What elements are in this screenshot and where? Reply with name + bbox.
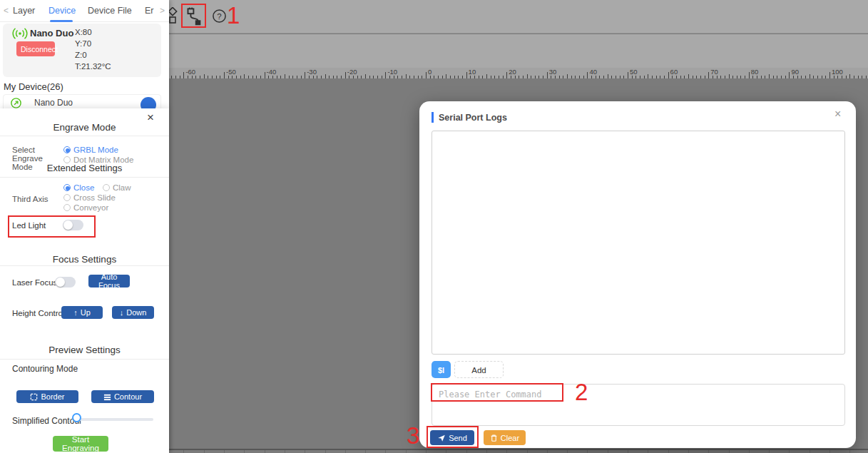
ruler-label: 40 (589, 68, 597, 76)
engrave-mode-title: Engrave Mode (0, 122, 169, 133)
coord-x: X:80 (75, 26, 111, 38)
grid-tick (849, 450, 850, 453)
border-button[interactable]: Border (16, 390, 78, 403)
simplified-contour-slider-track[interactable] (73, 418, 153, 421)
radio-icon[interactable] (103, 184, 110, 191)
radio-icon[interactable] (63, 146, 71, 153)
ruler-label: -50 (226, 68, 236, 76)
close-icon[interactable]: × (147, 113, 154, 123)
help-icon[interactable]: ? (212, 9, 227, 26)
grid-tick (486, 450, 487, 453)
ruler-tick (547, 72, 548, 78)
ruler-label: -10 (387, 68, 397, 76)
third-axis-claw-option[interactable]: Claw (103, 183, 131, 193)
contour-label: Contour (114, 392, 142, 401)
third-axis-cross-slide-option[interactable]: Cross Slide (63, 193, 116, 203)
third-axis-conveyor-option[interactable]: Conveyor (63, 203, 108, 213)
ruler-label: 30 (549, 68, 557, 76)
divider (0, 177, 169, 178)
clear-button[interactable]: Clear (484, 430, 526, 445)
horizontal-ruler: -60-50-40-30-20-100102030405060708090100 (169, 68, 868, 78)
ruler-tick (789, 72, 790, 78)
my-device-title: My Device(26) (4, 81, 63, 92)
up-arrow-icon: ↑ (73, 308, 78, 317)
device-coordinates: X:80 Y:70 Z:0 T:21.32°C (75, 26, 111, 72)
grid-tick (547, 450, 548, 453)
engrave-mode-panel: × Engrave Mode Select Engrave Mode GRBL … (0, 108, 169, 453)
claw-option-label: Claw (113, 183, 131, 192)
tab-layer[interactable]: Layer (13, 6, 35, 16)
simplified-contour-slider-handle[interactable] (72, 413, 81, 422)
grid-tick (729, 450, 730, 453)
tab-device-file[interactable]: Device File (88, 6, 132, 16)
grid-tick (385, 450, 386, 453)
radio-icon[interactable] (63, 204, 71, 211)
grid-tick (708, 450, 709, 453)
grid-tick (628, 450, 628, 453)
laser-focus-label: Laser Focus (12, 278, 57, 287)
preview-settings-title: Preview Settings (0, 345, 169, 355)
close-option-label: Close (73, 183, 94, 192)
grid-tick (224, 450, 225, 453)
border-label: Border (41, 392, 64, 401)
height-down-button[interactable]: ↓Down (112, 306, 154, 319)
ruler-label: 0 (428, 68, 432, 76)
grid-tick (608, 450, 608, 453)
grid-tick (749, 450, 750, 453)
coord-y: Y:70 (75, 38, 111, 49)
ruler-label: 80 (751, 68, 759, 76)
annotation-box-step2 (431, 383, 563, 402)
active-tab-underline (50, 20, 73, 22)
contour-button[interactable]: Contour (91, 390, 154, 403)
height-up-button[interactable]: ↑Up (61, 306, 103, 319)
ruler-tick (829, 72, 830, 78)
ruler-label: 90 (791, 68, 799, 76)
grid-tick (648, 450, 648, 453)
device-item-name: Nano Duo (34, 98, 73, 108)
grid-tick (668, 450, 669, 453)
ruler-tick (708, 72, 709, 78)
radio-icon[interactable] (63, 194, 71, 201)
macro-si-button[interactable]: $I (432, 361, 451, 378)
radio-icon[interactable] (63, 184, 71, 191)
ruler-tick (749, 72, 750, 78)
start-engraving-button[interactable]: Start Engraving (53, 436, 108, 452)
ruler-label: -20 (347, 68, 357, 76)
clear-label: Clear (501, 434, 519, 442)
laser-focus-toggle[interactable] (55, 277, 76, 287)
tabs-back-arrow[interactable]: < (4, 6, 9, 16)
up-label: Up (81, 308, 91, 317)
ruler-tick (426, 72, 427, 78)
top-menubar: ? (169, 0, 868, 34)
tab-device[interactable]: Device (48, 6, 76, 16)
ruler-tick (506, 72, 507, 78)
title-accent-bar (432, 112, 434, 123)
ruler-label: -60 (185, 68, 195, 76)
add-macro-button[interactable]: Add Macro (454, 361, 504, 378)
ruler-tick (345, 72, 346, 78)
height-control-label: Height Control (12, 309, 65, 317)
annotation-box-step3 (427, 426, 479, 448)
grid-tick (406, 450, 407, 453)
tab-engrave[interactable]: Er (145, 6, 154, 16)
annotation-number-2: 2 (575, 380, 588, 404)
coord-z: Z:0 (75, 49, 111, 61)
third-axis-close-option[interactable]: Close (63, 183, 94, 193)
grid-tick (365, 450, 366, 453)
ruler-tick (628, 72, 628, 78)
ruler-tick (466, 72, 467, 78)
auto-focus-button[interactable]: Auto Focus (88, 275, 130, 287)
ruler-label: 10 (469, 68, 476, 76)
serial-log-output[interactable] (432, 131, 845, 355)
ruler-tick (385, 72, 386, 78)
close-icon[interactable]: × (834, 108, 841, 120)
grid-tick (466, 450, 467, 453)
tabs-forward-arrow[interactable]: > (160, 6, 165, 16)
ruler-tick (183, 72, 184, 78)
workarea-grid-line (169, 449, 868, 450)
grbl-mode-option[interactable]: GRBL Mode (63, 145, 118, 155)
contour-icon (103, 393, 111, 401)
grid-tick (446, 450, 446, 453)
ruler-tick (265, 72, 265, 78)
disconnect-button[interactable]: Disconnect (16, 41, 55, 56)
